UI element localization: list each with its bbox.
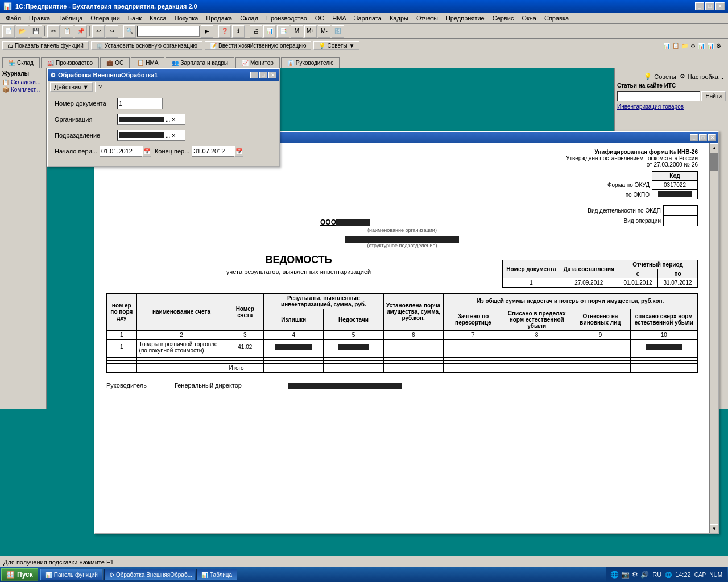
doc-window-toolbar: Действия ▼ ?	[48, 81, 279, 93]
search-input[interactable]	[137, 26, 200, 37]
toolbar-help[interactable]: ❓	[218, 25, 231, 38]
table-minimize-button[interactable]: _	[690, 134, 698, 141]
table-maximize-button[interactable]: □	[699, 134, 707, 141]
icon2[interactable]: 📋	[672, 43, 679, 49]
tab-os[interactable]: 💼 ОС	[100, 57, 130, 68]
menu-purchase[interactable]: Покупка	[171, 14, 202, 22]
menu-enterprise[interactable]: Предприятие	[442, 14, 488, 22]
maximize-button[interactable]: □	[705, 2, 714, 10]
icon1[interactable]: 📊	[663, 43, 670, 49]
toolbar-table[interactable]: 📑	[277, 25, 289, 38]
scroll-up-button[interactable]: ▲	[710, 143, 718, 152]
meta-date-value: 27.09.2012	[560, 278, 618, 287]
menu-operations[interactable]: Операции	[87, 14, 123, 22]
tab-nma[interactable]: 📋 НМА	[131, 57, 164, 68]
settings-panel-btn[interactable]: ⚙ Настройка...	[680, 73, 723, 80]
info-search-input[interactable]	[617, 91, 700, 101]
menu-edit[interactable]: Правка	[26, 14, 53, 22]
menu-kassa[interactable]: Касса	[146, 14, 170, 22]
toolbar-settings[interactable]: M	[291, 25, 303, 38]
icon7[interactable]: ⚙	[716, 43, 721, 49]
taskbar-item-panel[interactable]: 📊 Панель функций	[40, 569, 103, 580]
dept-input[interactable]: ... ✕	[117, 130, 185, 141]
set-org-btn[interactable]: 🏢 Установить основную организацию	[91, 41, 202, 50]
tab-salary[interactable]: 👥 Зарплата и кадры	[166, 57, 234, 68]
tab-stock[interactable]: 🏪 Склад	[2, 57, 40, 68]
toolbar-print2[interactable]: 📊	[263, 25, 276, 38]
doc-maximize-button[interactable]: □	[259, 72, 267, 78]
toolbar-cut[interactable]: ✂	[47, 25, 60, 38]
taskbar-item-processing[interactable]: ⚙ Обработка ВнешняяОбраб...	[104, 569, 195, 580]
icon4[interactable]: ⚙	[690, 43, 696, 49]
toolbar-new[interactable]: 📄	[2, 25, 15, 38]
menu-salary[interactable]: Зарплата	[351, 14, 385, 22]
scroll-down-button[interactable]: ▼	[710, 524, 718, 533]
period-end-input[interactable]	[192, 146, 234, 157]
okpo-label: по ОКПО	[604, 190, 652, 199]
menu-hr[interactable]: Кадры	[386, 14, 412, 22]
tips-panel-btn[interactable]: 💡 Советы	[644, 73, 676, 80]
scroll-thumb[interactable]	[710, 153, 718, 171]
menu-stock[interactable]: Склад	[237, 14, 262, 22]
menu-service[interactable]: Сервис	[489, 14, 518, 22]
meta-from-header: с	[618, 269, 658, 278]
dept-clear-icon[interactable]: ✕	[171, 132, 176, 139]
toolbar-search[interactable]: 🔍	[123, 25, 136, 38]
col-offset-num: 7	[443, 330, 503, 339]
toolbar-m-minus[interactable]: M-	[318, 25, 330, 38]
doc-minimize-button[interactable]: _	[250, 72, 258, 78]
org-input[interactable]: ... ✕	[117, 114, 185, 125]
toolbar-m-plus[interactable]: M+	[304, 25, 317, 38]
tab-manager[interactable]: 👔 Руководителю	[281, 57, 340, 68]
icon3[interactable]: 📁	[681, 43, 688, 49]
taskbar-item-table[interactable]: 📊 Таблица	[196, 569, 237, 580]
start-button[interactable]: 🪟 Пуск	[1, 568, 38, 581]
show-panel-btn[interactable]: 🗂 Показать панель функций	[2, 41, 89, 50]
menu-bank[interactable]: Банк	[125, 14, 145, 22]
toolbar-info[interactable]: ℹ	[232, 25, 245, 38]
period-end-calendar-button[interactable]: 📅	[234, 146, 243, 157]
period-start-calendar-button[interactable]: 📅	[142, 146, 151, 157]
toolbar-save[interactable]: 💾	[30, 25, 42, 38]
menu-reports[interactable]: Отчеты	[413, 14, 441, 22]
menu-os[interactable]: ОС	[312, 14, 328, 22]
toolbar-paste[interactable]: 📌	[75, 25, 87, 38]
toolbar-go[interactable]: ▶	[201, 25, 213, 38]
actions-button[interactable]: Действия ▼	[50, 82, 93, 92]
info-link[interactable]: Инвентаризация товаров	[617, 103, 726, 110]
menu-production[interactable]: Производство	[263, 14, 311, 22]
icon6[interactable]: 📊	[707, 43, 714, 49]
table-scrollbar[interactable]: ▲ ▼	[709, 143, 718, 533]
lang-indicator[interactable]: RU	[652, 571, 661, 578]
menu-table[interactable]: Таблица	[55, 14, 86, 22]
toolbar-open[interactable]: 📂	[16, 25, 28, 38]
tab-production[interactable]: 🏭 Производство	[41, 57, 99, 68]
tab-monitor[interactable]: 📈 Монитор	[235, 57, 280, 68]
enter-operation-btn[interactable]: 📝 Ввести хозяйственную операцию	[205, 41, 311, 50]
close-button[interactable]: ✕	[715, 2, 725, 10]
minimize-button[interactable]: _	[695, 2, 704, 10]
toolbar-undo[interactable]: ↩	[92, 25, 105, 38]
period-start-input[interactable]	[100, 146, 142, 157]
toolbar-redo[interactable]: ↪	[106, 25, 118, 38]
toolbar-calc[interactable]: 🔢	[332, 25, 344, 38]
org-clear-icon[interactable]: ✕	[171, 117, 176, 123]
menu-sale[interactable]: Продажа	[202, 14, 235, 22]
menu-help[interactable]: Справка	[541, 14, 572, 22]
help-button[interactable]: ?	[95, 82, 105, 92]
sidebar-item-complex[interactable]: 📦 Комплект...	[2, 86, 44, 93]
menu-file[interactable]: Файл	[2, 14, 24, 22]
toolbar-copy[interactable]: 📋	[61, 25, 73, 38]
toolbar-print[interactable]: 🖨	[250, 25, 262, 38]
doc-close-button[interactable]: ✕	[268, 72, 276, 78]
menu-nma[interactable]: НМА	[329, 14, 349, 22]
tips-btn[interactable]: 💡 Советы ▼	[313, 41, 359, 50]
menu-windows[interactable]: Окна	[518, 14, 540, 22]
doc-number-input[interactable]	[117, 98, 163, 109]
sidebar-item-stock[interactable]: 📋 Складски...	[2, 79, 44, 85]
info-find-button[interactable]: Найти	[701, 91, 726, 101]
icon5[interactable]: 📊	[698, 43, 705, 49]
table-close-button[interactable]: ✕	[708, 134, 716, 141]
scroll-track	[710, 152, 718, 524]
status-bar: Для получения подсказки нажмите F1	[0, 556, 728, 567]
